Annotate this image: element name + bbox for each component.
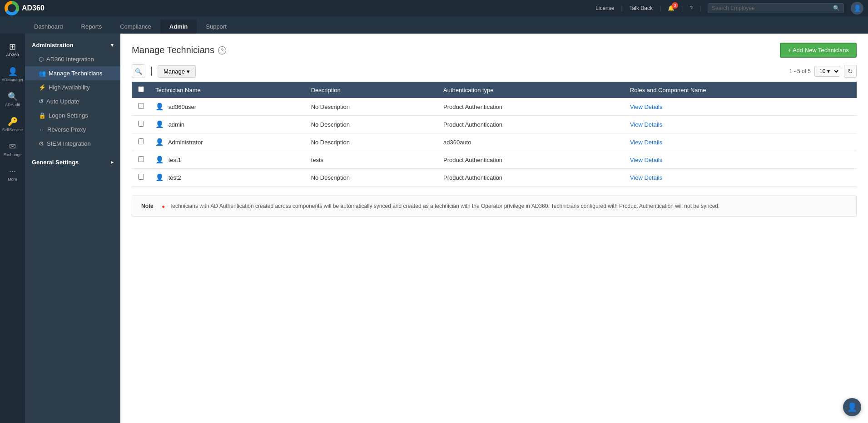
- license-link[interactable]: License: [595, 5, 614, 11]
- sidebar-icon-admanager[interactable]: 👤 ADManager: [1, 63, 24, 86]
- sidebar-icon-ad360[interactable]: ⊞ AD360: [1, 38, 24, 61]
- bottom-user-avatar[interactable]: 👤: [843, 398, 861, 416]
- sidebar-item-ad360-integration[interactable]: ⬡ AD360 Integration: [25, 52, 120, 66]
- notification-bell-icon[interactable]: 🔔 3: [668, 5, 675, 11]
- row-checkbox-1[interactable]: [138, 121, 144, 127]
- row-roles-cell: View Details: [625, 151, 857, 169]
- sidebar-icon-adaudit[interactable]: 🔍 ADAudit: [1, 88, 24, 111]
- sidebar-icon-more[interactable]: ··· More: [1, 163, 24, 185]
- row-auth-type: Product Authentication: [443, 174, 502, 181]
- view-details-link[interactable]: View Details: [630, 103, 662, 110]
- select-all-checkbox[interactable]: [138, 86, 144, 92]
- row-name: ad360user: [169, 103, 196, 110]
- sidebar-icon-label-ad360: AD360: [6, 53, 19, 57]
- sidebar-icon-selfservice[interactable]: 🔑 SelfService: [1, 113, 24, 136]
- key-icon: 🔑: [8, 117, 18, 127]
- icon-sidebar: ⊞ AD360 👤 ADManager 🔍 ADAudit 🔑 SelfServ…: [0, 34, 25, 423]
- tab-support[interactable]: Support: [197, 20, 236, 34]
- main-layout: ⊞ AD360 👤 ADManager 🔍 ADAudit 🔑 SelfServ…: [0, 34, 868, 423]
- sidebar-item-logon-settings[interactable]: 🔒 Logon Settings: [25, 108, 120, 123]
- page-title-group: Manage Technicians ?: [132, 45, 226, 55]
- view-details-link[interactable]: View Details: [630, 157, 662, 163]
- user-avatar[interactable]: 👤: [851, 2, 863, 15]
- search-employee-container: 🔍: [708, 3, 844, 13]
- mail-icon: ✉: [9, 142, 16, 152]
- sidebar-icon-label-selfservice: SelfService: [2, 128, 23, 132]
- side-menu: Administration ▾ ⬡ AD360 Integration 👥 M…: [25, 34, 120, 423]
- sidebar-item-icon-ad360-integration: ⬡: [39, 56, 44, 63]
- page-title: Manage Technicians: [132, 45, 214, 55]
- row-checkbox-2[interactable]: [138, 138, 144, 144]
- row-description-cell: No Description: [306, 98, 438, 116]
- row-checkbox-4[interactable]: [138, 174, 144, 180]
- sidebar-icon-label-adaudit: ADAudit: [5, 103, 20, 107]
- logo-text: AD360: [22, 4, 45, 12]
- sidebar-icon-label-exchange: Exchange: [3, 152, 21, 157]
- search-employee-input[interactable]: [712, 5, 833, 11]
- row-checkbox-cell: [132, 98, 150, 116]
- row-description-cell: No Description: [306, 169, 438, 187]
- table-row: 👤 ad360user No Description Product Authe…: [132, 98, 857, 116]
- sidebar-item-icon-high-availability: ⚡: [39, 84, 46, 91]
- table-row: 👤 admin No Description Product Authentic…: [132, 116, 857, 133]
- sidebar-item-high-availability[interactable]: ⚡ High Availability: [25, 80, 120, 94]
- page-size-selector[interactable]: 10 ▾ 25 50: [814, 66, 840, 77]
- table-header-row: Technician Name Description Authenticati…: [132, 82, 857, 98]
- tab-reports[interactable]: Reports: [72, 20, 111, 34]
- view-details-link[interactable]: View Details: [630, 139, 662, 146]
- table-row: 👤 test1 tests Product Authentication Vie…: [132, 151, 857, 169]
- help-icon[interactable]: ?: [689, 5, 693, 11]
- sidebar-item-icon-siem-integration: ⚙: [39, 140, 44, 147]
- col-technician-name: Technician Name: [150, 82, 306, 98]
- manage-dropdown-button[interactable]: Manage ▾: [158, 65, 196, 78]
- row-description: No Description: [311, 121, 350, 128]
- col-checkbox: [132, 82, 150, 98]
- row-checkbox-0[interactable]: [138, 103, 144, 109]
- row-description-cell: tests: [306, 151, 438, 169]
- refresh-button[interactable]: ↻: [844, 65, 857, 78]
- row-name-cell: 👤 ad360user: [150, 98, 306, 116]
- sidebar-item-siem-integration[interactable]: ⚙ SIEM Integration: [25, 137, 120, 151]
- sidebar-item-manage-technicians[interactable]: 👥 Manage Technicians: [25, 66, 120, 80]
- general-settings-header[interactable]: General Settings ▸: [25, 155, 120, 169]
- row-description-cell: No Description: [306, 133, 438, 151]
- row-name-cell: 👤 test2: [150, 169, 306, 187]
- add-new-technicians-button[interactable]: + Add New Technicians: [780, 43, 857, 58]
- logo[interactable]: AD360: [5, 1, 45, 15]
- row-checkbox-cell: [132, 151, 150, 169]
- table-toolbar: 🔍 Manage ▾ 1 - 5 of 5 10 ▾ 25 50 ↻: [132, 64, 857, 78]
- row-auth-type: Product Authentication: [443, 157, 502, 163]
- pagination-info: 1 - 5 of 5: [789, 68, 811, 74]
- magnify-icon: 🔍: [8, 92, 18, 102]
- row-name: test2: [169, 174, 181, 181]
- talkback-link[interactable]: Talk Back: [630, 5, 653, 11]
- tab-compliance[interactable]: Compliance: [111, 20, 160, 34]
- row-auth-type: ad360auto: [443, 139, 471, 146]
- user-row-icon: 👤: [155, 173, 164, 181]
- toolbar-divider: [151, 67, 152, 76]
- logo-circle-icon: [5, 1, 19, 15]
- col-description: Description: [306, 82, 438, 98]
- grid-icon: ⊞: [9, 42, 16, 52]
- row-checkbox-3[interactable]: [138, 156, 144, 162]
- tab-dashboard[interactable]: Dashboard: [25, 20, 72, 34]
- row-name: admin: [169, 121, 184, 128]
- sidebar-item-auto-update[interactable]: ↺ Auto Update: [25, 94, 120, 108]
- tab-admin[interactable]: Admin: [160, 20, 197, 34]
- help-circle-icon[interactable]: ?: [218, 46, 226, 54]
- sidebar-item-label-high-availability: High Availability: [49, 84, 90, 91]
- sidebar-icon-exchange[interactable]: ✉ Exchange: [1, 138, 24, 161]
- view-details-link[interactable]: View Details: [630, 121, 662, 128]
- search-submit-icon[interactable]: 🔍: [833, 5, 840, 11]
- view-details-link[interactable]: View Details: [630, 174, 662, 181]
- table-search-icon[interactable]: 🔍: [132, 64, 145, 78]
- user-row-icon: 👤: [155, 103, 164, 110]
- row-auth-type: Product Authentication: [443, 121, 502, 128]
- col-roles: Roles and Component Name: [625, 82, 857, 98]
- sidebar-item-icon-logon-settings: 🔒: [39, 112, 46, 119]
- sidebar-item-label-ad360-integration: AD360 Integration: [46, 56, 94, 63]
- row-name-cell: 👤 test1: [150, 151, 306, 169]
- row-roles-cell: View Details: [625, 133, 857, 151]
- admin-section-header[interactable]: Administration ▾: [25, 38, 120, 52]
- sidebar-item-reverse-proxy[interactable]: ↔ Reverse Proxy: [25, 123, 120, 137]
